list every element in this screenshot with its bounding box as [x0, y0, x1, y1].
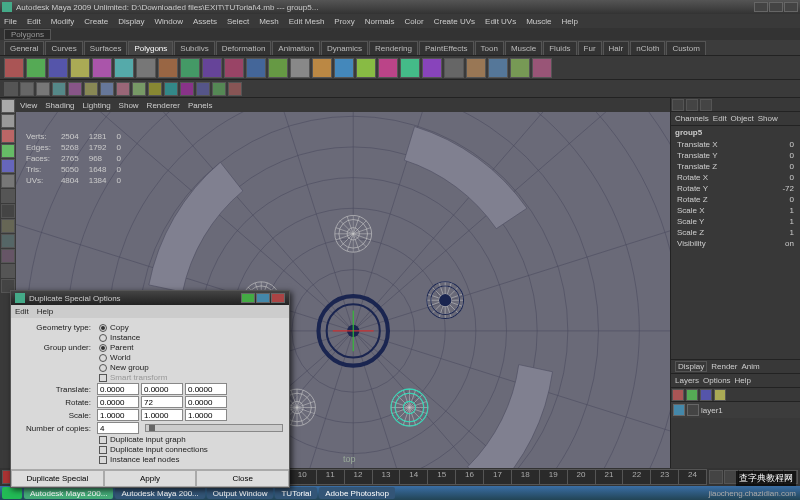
shelf-tab[interactable]: Muscle — [505, 41, 542, 55]
group-parent-radio[interactable]: Parent — [99, 343, 134, 352]
menu-item[interactable]: Edit UVs — [485, 17, 516, 26]
shelf-icon[interactable] — [52, 82, 66, 96]
attr-value[interactable]: 0 — [790, 162, 794, 171]
shelf-icon[interactable] — [532, 58, 552, 78]
layer-create-icon[interactable] — [672, 389, 684, 401]
shelf-icon[interactable] — [148, 82, 162, 96]
shelf-tab[interactable]: Curves — [45, 41, 82, 55]
close-dialog-button[interactable]: Close — [196, 470, 289, 487]
layer-name[interactable]: layer1 — [701, 406, 723, 415]
shelf-icon[interactable] — [290, 58, 310, 78]
lasso-tool-icon[interactable] — [1, 114, 15, 128]
shelf-icon[interactable] — [100, 82, 114, 96]
select-tool-icon[interactable] — [1, 99, 15, 113]
shelf-icon[interactable] — [70, 58, 90, 78]
menuset-dropdown[interactable]: Polygons — [4, 29, 51, 40]
anim-tab[interactable]: Anim — [741, 362, 759, 371]
copies-field[interactable] — [97, 422, 139, 434]
shelf-tab[interactable]: Fluids — [543, 41, 576, 55]
menu-item[interactable]: Edit — [27, 17, 41, 26]
shelf-icon[interactable] — [202, 58, 222, 78]
layout-outliner-icon[interactable] — [1, 264, 15, 278]
attr-value[interactable]: 1 — [790, 228, 794, 237]
shelf-icon[interactable] — [510, 58, 530, 78]
group-world-radio[interactable]: World — [99, 353, 131, 362]
shelf-tab[interactable]: Subdivs — [174, 41, 214, 55]
menu-item[interactable]: Assets — [193, 17, 217, 26]
attr-value[interactable]: 0 — [790, 151, 794, 160]
shelf-tab[interactable]: General — [4, 41, 44, 55]
menu-item[interactable]: Display — [118, 17, 144, 26]
attr-value[interactable]: 1 — [790, 217, 794, 226]
shelf-icon[interactable] — [246, 58, 266, 78]
layer-up-icon[interactable] — [700, 389, 712, 401]
channel-tab[interactable]: Channels — [675, 114, 709, 123]
channel-tab[interactable]: Show — [758, 114, 778, 123]
shelf-icon[interactable] — [92, 58, 112, 78]
shelf-icon[interactable] — [400, 58, 420, 78]
geom-copy-radio[interactable]: Copy — [99, 323, 129, 332]
shelf-tab[interactable]: Dynamics — [321, 41, 368, 55]
shelf-icon[interactable] — [136, 58, 156, 78]
menu-item[interactable]: Mesh — [259, 17, 279, 26]
shelf-icon[interactable] — [180, 58, 200, 78]
scale-tool-icon[interactable] — [1, 159, 15, 173]
shelf-tab[interactable]: Polygons — [128, 41, 173, 55]
scale-y-field[interactable] — [141, 409, 183, 421]
apply-button[interactable]: Apply — [104, 470, 197, 487]
dup-input-graph-check[interactable]: Duplicate input graph — [99, 435, 186, 444]
translate-y-field[interactable] — [141, 383, 183, 395]
shelf-icon[interactable] — [196, 82, 210, 96]
toolsettings-icon[interactable] — [700, 99, 712, 111]
shelf-icon[interactable] — [422, 58, 442, 78]
translate-z-field[interactable] — [185, 383, 227, 395]
shelf-icon[interactable] — [114, 58, 134, 78]
shelf-icon[interactable] — [164, 82, 178, 96]
layer-down-icon[interactable] — [714, 389, 726, 401]
group-newgroup-radio[interactable]: New group — [99, 363, 149, 372]
rotate-tool-icon[interactable] — [1, 144, 15, 158]
goto-start-icon[interactable] — [709, 470, 723, 484]
universal-tool-icon[interactable] — [1, 174, 15, 188]
layer-menu-item[interactable]: Help — [735, 376, 751, 385]
shelf-tab[interactable]: nCloth — [630, 41, 665, 55]
attr-value[interactable]: on — [785, 239, 794, 248]
menu-item[interactable]: Create UVs — [434, 17, 475, 26]
instance-leaf-check[interactable]: Instance leaf nodes — [99, 455, 179, 464]
start-button[interactable] — [2, 487, 22, 499]
shelf-tab[interactable]: Surfaces — [84, 41, 128, 55]
geom-instance-radio[interactable]: Instance — [99, 333, 140, 342]
taskbar-item[interactable]: Adobe Photoshop — [319, 487, 395, 499]
shelf-icon[interactable] — [48, 58, 68, 78]
dup-input-conn-check[interactable]: Duplicate input connections — [99, 445, 208, 454]
shelf-icon[interactable] — [312, 58, 332, 78]
layer-menu-item[interactable]: Options — [703, 376, 731, 385]
layer-assign-icon[interactable] — [686, 389, 698, 401]
taskbar-item[interactable]: TUTorial — [275, 487, 317, 499]
panel-menu-item[interactable]: Shading — [45, 101, 74, 110]
shelf-icon[interactable] — [4, 82, 18, 96]
shelf-icon[interactable] — [132, 82, 146, 96]
dialog-close-button[interactable] — [271, 293, 285, 303]
shelf-tab[interactable]: Toon — [475, 41, 504, 55]
layer-visibility-icon[interactable] — [673, 404, 685, 416]
render-tab[interactable]: Render — [711, 362, 737, 371]
display-tab[interactable]: Display — [675, 361, 707, 372]
channel-tab[interactable]: Object — [731, 114, 754, 123]
shelf-tab[interactable]: Rendering — [369, 41, 418, 55]
taskbar-item[interactable]: Autodesk Maya 200... — [115, 487, 204, 499]
shelf-icon[interactable] — [26, 58, 46, 78]
shelf-icon[interactable] — [488, 58, 508, 78]
close-button[interactable] — [784, 2, 798, 12]
rotate-x-field[interactable] — [97, 396, 139, 408]
scale-z-field[interactable] — [185, 409, 227, 421]
layer-type-icon[interactable] — [687, 404, 699, 416]
shelf-icon[interactable] — [228, 82, 242, 96]
taskbar-item[interactable]: Autodesk Maya 200... — [24, 487, 113, 499]
duplicate-special-button[interactable]: Duplicate Special — [11, 470, 104, 487]
panel-menu-item[interactable]: Renderer — [147, 101, 180, 110]
shelf-icon[interactable] — [334, 58, 354, 78]
taskbar-item[interactable]: Output Window — [207, 487, 274, 499]
shelf-tab[interactable]: Custom — [666, 41, 706, 55]
translate-x-field[interactable] — [97, 383, 139, 395]
